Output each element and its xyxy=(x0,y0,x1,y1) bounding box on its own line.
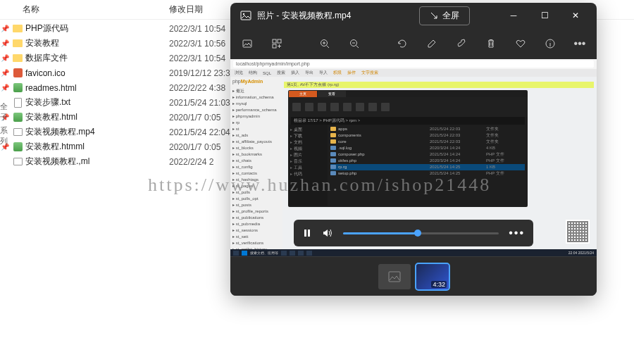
file-name: 安装教程.htmml xyxy=(25,141,169,153)
phpmyadmin-sidebar: phpMyAdmin ▸ 最近▸ information_schema▸ mys… xyxy=(230,77,282,249)
phpmyadmin-toolbar: 浏览结构SQL搜索插入导出导入权限操作文字搜索 xyxy=(230,69,597,77)
photos-app-icon xyxy=(240,10,251,21)
ico-icon xyxy=(10,68,25,77)
svg-point-1 xyxy=(243,13,244,15)
add-to-icon[interactable] xyxy=(266,32,288,55)
svg-rect-3 xyxy=(273,39,276,43)
file-name: 安装视频教程.,ml xyxy=(25,156,169,168)
thumbnail-strip: 4:32 xyxy=(230,256,597,296)
fm-tab: 主页 xyxy=(289,91,317,97)
fm-file-list: apps2021/5/24 22:03文件夹components2021/5/2… xyxy=(328,125,528,206)
file-name: 数据库文件 xyxy=(25,52,169,64)
file-name: favicon.ico xyxy=(25,68,169,78)
progress-thumb[interactable] xyxy=(414,230,421,237)
fullscreen-icon xyxy=(430,11,438,20)
player-toolbar: ••• xyxy=(230,28,597,59)
phpmyadmin-banner: 第1页, AV不下方点缀 (rp.rg) xyxy=(284,82,594,88)
favorite-icon[interactable] xyxy=(509,32,532,55)
svg-rect-11 xyxy=(389,272,400,282)
delete-icon[interactable] xyxy=(480,32,502,55)
pin-icon: 📌 xyxy=(0,54,10,62)
svg-rect-9 xyxy=(304,230,306,237)
file-name: 安装教程.html xyxy=(25,111,169,123)
more-icon[interactable]: ••• xyxy=(568,32,591,55)
file-name: 安装教程 xyxy=(25,37,169,49)
taskbar-clock: 22:04 2021/5/24 xyxy=(568,251,594,255)
qr-code xyxy=(566,220,590,244)
fm-tree: 桌面下载文档视频图片音乐工具代码 xyxy=(288,125,328,206)
windows-taskbar: 搜索文档、应用等 22:04 2021/5/24 xyxy=(230,249,597,256)
volume-button[interactable] xyxy=(322,228,333,238)
file-name: readmes.html xyxy=(25,83,169,93)
close-button[interactable]: ✕ xyxy=(560,3,591,28)
pin-icon: 📌 xyxy=(0,84,10,92)
zoom-out-icon[interactable] xyxy=(343,32,366,55)
svg-rect-0 xyxy=(241,11,251,20)
file-name: PHP源代码 xyxy=(25,23,169,34)
thumbnail-video-active[interactable]: 4:32 xyxy=(416,264,449,289)
thumbnail-image[interactable] xyxy=(378,264,411,289)
video-content[interactable]: localhost/phpmyadmin/import.php 浏览结构SQL搜… xyxy=(230,59,597,256)
address-bar: localhost/phpmyadmin/import.php xyxy=(233,61,594,68)
pause-button[interactable] xyxy=(302,228,312,238)
fm-tab: 查看 xyxy=(318,91,346,97)
browser-chrome: localhost/phpmyadmin/import.php xyxy=(230,59,597,69)
minimize-button[interactable]: ─ xyxy=(498,3,529,28)
mp4-icon xyxy=(10,158,25,165)
svg-rect-4 xyxy=(278,39,281,43)
svg-rect-5 xyxy=(273,44,276,48)
photos-player-window: 照片 - 安装视频教程.mp4 全屏 ─ ☐ ✕ ••• localhost/p… xyxy=(230,3,597,296)
fullscreen-button[interactable]: 全屏 xyxy=(419,6,470,25)
progress-bar[interactable] xyxy=(343,232,499,234)
maximize-button[interactable]: ☐ xyxy=(529,3,560,28)
folder-icon xyxy=(10,39,25,47)
fm-toolbar xyxy=(288,97,528,117)
dark-file-manager: 主页 查看 根目录 17/17 > PHP源代码 > rpm > 桌面下载文档视… xyxy=(288,90,528,207)
svg-rect-2 xyxy=(243,40,251,47)
folder-icon xyxy=(10,54,25,62)
window-title: 照片 - 安装视频教程.mp4 xyxy=(257,10,419,22)
media-more-button[interactable]: ••• xyxy=(509,227,525,239)
file-name: 安装步骤.txt xyxy=(25,96,169,108)
window-controls: ─ ☐ ✕ xyxy=(498,3,591,28)
media-controls: ••• xyxy=(294,220,533,246)
progress-fill xyxy=(343,232,418,234)
file-name: 安装视频教程.mp4 xyxy=(25,126,169,138)
pin-icon: 📌 xyxy=(0,25,10,32)
svg-rect-10 xyxy=(308,230,310,237)
pin-icon: 📌 xyxy=(0,39,10,47)
fm-address: 根目录 17/17 > PHP源代码 > rpm > xyxy=(291,117,525,125)
thumbnail-duration: 4:32 xyxy=(431,281,447,288)
column-name[interactable]: 名称 xyxy=(0,4,169,15)
info-icon[interactable] xyxy=(539,32,561,55)
titlebar[interactable]: 照片 - 安装视频教程.mp4 全屏 ─ ☐ ✕ xyxy=(230,3,597,28)
view-all-icon[interactable] xyxy=(236,32,259,55)
zoom-in-icon[interactable] xyxy=(313,32,336,55)
draw-icon[interactable] xyxy=(450,32,473,55)
html-icon xyxy=(10,83,25,92)
rotate-icon[interactable] xyxy=(391,32,414,55)
explorer-nav-partial: 全子 系列 xyxy=(0,99,14,149)
phpmyadmin-logo: phpMyAdmin xyxy=(232,79,280,84)
pin-icon: 📌 xyxy=(0,69,10,77)
edit-icon[interactable] xyxy=(421,32,443,55)
folder-icon xyxy=(10,25,25,32)
